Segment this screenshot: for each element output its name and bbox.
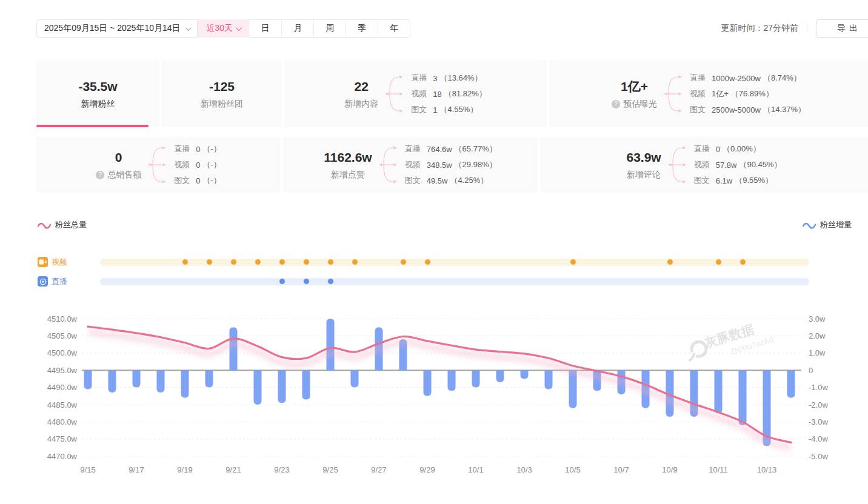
breakdown-name: 直播 — [690, 73, 706, 84]
stat-card-new-fanclub[interactable]: -125 新增粉丝团 — [162, 61, 282, 127]
breakdown-row: 图文2500w-5000w（14.37%） — [690, 104, 806, 116]
svg-text:10/5: 10/5 — [565, 465, 580, 474]
active-tab-indicator — [36, 125, 149, 127]
svg-text:9/17: 9/17 — [129, 465, 144, 474]
period-tab-group: 日 月 周 季 年 — [249, 19, 410, 38]
live-events-text: 直播 — [52, 276, 67, 287]
stat-card-estimated-exposure[interactable]: 1亿+ ? 预估曝光 直播1000w-2500w（8.74%） 视频1亿+（76… — [549, 61, 868, 127]
live-event-dot[interactable] — [279, 279, 285, 284]
video-event-dot[interactable] — [570, 259, 576, 265]
svg-text:10/3: 10/3 — [516, 465, 532, 474]
tab-quarter[interactable]: 季 — [346, 20, 378, 37]
video-event-dot[interactable] — [328, 259, 333, 265]
video-event-dot[interactable] — [304, 259, 309, 265]
breakdown-ratio: （81.82%） — [444, 88, 487, 99]
video-event-dot[interactable] — [279, 259, 285, 265]
stat-card-new-comments[interactable]: 63.9w 新增评论 直播0（0.00%） 视频57.8w（90.45%） 图文… — [540, 137, 868, 193]
stat-value: 1162.6w — [324, 150, 372, 165]
video-events-label: 视频 — [38, 257, 100, 268]
wave-icon — [803, 220, 816, 229]
breakdown-ratio: （14.37%） — [763, 104, 806, 115]
breakdown-value: 49.5w — [427, 176, 448, 185]
wave-icon — [38, 220, 51, 229]
svg-text:1.0w: 1.0w — [809, 348, 826, 357]
breakdown-value: 348.5w — [427, 161, 452, 170]
stats-row-1: -35.5w 新增粉丝 -125 新增粉丝团 22 新增内容 — [36, 61, 868, 127]
stat-label: 新增评论 — [627, 170, 661, 181]
stat-card-new-content[interactable]: 22 新增内容 直播3（13.64%） 视频18（81.82%） 图文1（4.5… — [284, 61, 547, 127]
breakdown-list: 直播764.6w（65.77%） 视频348.5w（29.98%） 图文49.5… — [405, 143, 497, 187]
svg-text:-3.0w: -3.0w — [809, 417, 828, 426]
stat-value: 22 — [344, 79, 378, 94]
video-events-text: 视频 — [52, 257, 67, 268]
stat-value: 63.9w — [626, 150, 661, 165]
breakdown-row: 图文49.5w（4.25%） — [405, 174, 497, 187]
video-event-dot[interactable] — [207, 259, 212, 265]
video-event-dot[interactable] — [231, 259, 236, 265]
video-events-track — [100, 259, 809, 266]
breakdown-ratio: （13.64%） — [439, 73, 482, 84]
date-range-picker[interactable]: 2025年09月15日 ~ 2025年10月14日 — [36, 19, 198, 38]
breakdown-name: 直播 — [405, 144, 421, 154]
breakdown-name: 视频 — [174, 159, 190, 170]
tab-year[interactable]: 年 — [378, 20, 410, 37]
breakdown-value: 0 — [196, 145, 200, 154]
breakdown-row: 视频0（-） — [174, 159, 221, 171]
video-event-dot[interactable] — [716, 259, 721, 265]
video-event-dot[interactable] — [255, 259, 261, 265]
quick-range-last30-button[interactable]: 近30天 — [198, 19, 250, 38]
svg-text:9/25: 9/25 — [322, 465, 338, 474]
breakdown-row: 直播0（-） — [174, 143, 221, 155]
svg-text:4485.0w: 4485.0w — [47, 400, 78, 409]
help-icon[interactable]: ? — [612, 100, 620, 108]
video-event-dot[interactable] — [740, 259, 746, 265]
breakdown-row: 视频57.8w（90.45%） — [694, 159, 782, 171]
video-event-dot[interactable] — [352, 259, 358, 265]
breakdown-row: 视频18（81.82%） — [411, 88, 487, 100]
export-button[interactable]: 导出 — [816, 19, 868, 38]
breakdown-value: 57.8w — [716, 161, 737, 170]
breakdown-row: 图文6.1w（9.55%） — [694, 174, 782, 187]
legend-fans-total[interactable]: 粉丝总量 — [38, 219, 87, 230]
legend-fans-increment[interactable]: 粉丝增量 — [803, 219, 852, 230]
help-icon[interactable]: ? — [96, 171, 104, 179]
live-events-track — [100, 278, 809, 285]
svg-text:10/9: 10/9 — [662, 465, 677, 474]
video-event-dot[interactable] — [667, 259, 673, 265]
live-record-icon — [38, 276, 48, 287]
stat-card-new-fans[interactable]: -35.5w 新增粉丝 — [36, 61, 159, 127]
breakdown-row: 图文1（4.55%） — [411, 104, 487, 116]
date-range-text: 2025年09月15日 ~ 2025年10月14日 — [44, 23, 181, 34]
stat-card-total-sales[interactable]: 0 ? 总销售额 直播0（-） 视频0（-） 图文0（-） — [36, 137, 281, 193]
tab-day[interactable]: 日 — [249, 20, 281, 37]
breakdown-ratio: （4.25%） — [450, 175, 488, 186]
live-events-label: 直播 — [38, 276, 100, 287]
breakdown-ratio: （29.98%） — [455, 159, 497, 170]
stat-value: 1亿+ — [612, 79, 657, 94]
breakdown-connector — [667, 139, 688, 190]
video-event-dot[interactable] — [425, 259, 430, 265]
fans-trend-chart[interactable]: 4510.0w3.0w4505.0w2.0w4500.0w1.0w4495.0w… — [0, 291, 868, 494]
breakdown-ratio: （8.74%） — [763, 73, 801, 84]
breakdown-value: 1亿+ — [712, 88, 729, 99]
breakdown-ratio: （-） — [202, 175, 221, 186]
svg-text:4480.0w: 4480.0w — [47, 417, 78, 426]
breakdown-name: 视频 — [411, 88, 427, 99]
tab-week[interactable]: 周 — [313, 20, 346, 37]
video-event-dot[interactable] — [401, 259, 406, 265]
legend-label: 粉丝总量 — [55, 219, 87, 230]
tab-month[interactable]: 月 — [281, 20, 313, 37]
svg-text:4490.0w: 4490.0w — [47, 383, 78, 392]
breakdown-list: 直播3（13.64%） 视频18（81.82%） 图文1（4.55%） — [411, 72, 487, 116]
breakdown-row: 直播3（13.64%） — [411, 72, 487, 84]
breakdown-value: 2500w-5000w — [712, 105, 761, 114]
live-event-dot[interactable] — [328, 279, 333, 284]
breakdown-ratio: （-） — [202, 159, 221, 170]
stat-card-new-likes[interactable]: 1162.6w 新增点赞 直播764.6w（65.77%） 视频348.5w（2… — [283, 137, 538, 193]
svg-text:0: 0 — [809, 366, 813, 375]
stat-label: 新增粉丝团 — [201, 99, 243, 110]
live-event-dot[interactable] — [304, 279, 309, 284]
breakdown-ratio: （76.89%） — [731, 88, 773, 99]
toolbar-right: 更新时间：27分钟前 导出 — [721, 19, 868, 38]
video-event-dot[interactable] — [182, 259, 188, 265]
